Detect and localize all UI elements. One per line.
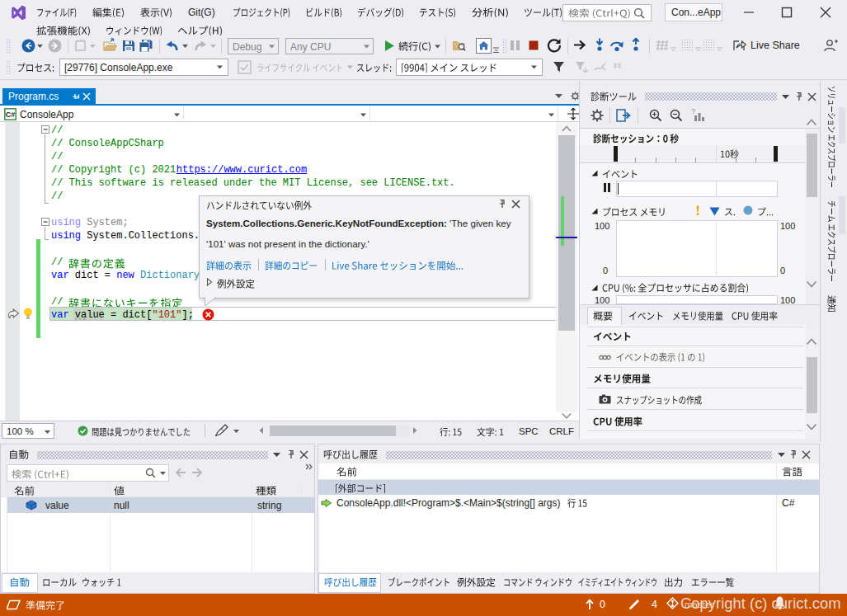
svg-text:?: ?	[691, 108, 695, 115]
svg-text:C#: C#	[6, 111, 16, 119]
